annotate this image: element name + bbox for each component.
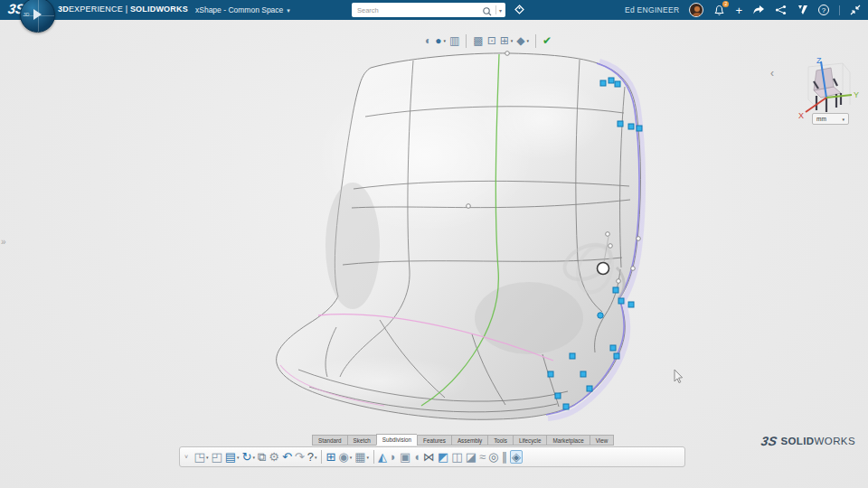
app-title: xShape - Common Space bbox=[195, 5, 283, 14]
app-switcher[interactable]: xShape - Common Space▾ bbox=[195, 5, 290, 14]
mesh-sphere-icon: ◉ bbox=[338, 451, 348, 463]
wire-sphere-icon[interactable]: ◎ bbox=[488, 451, 498, 463]
right-panel-collapse-icon[interactable]: ‹ bbox=[770, 67, 774, 80]
mesh-sphere-icon[interactable]: ◉▾ bbox=[338, 451, 352, 463]
tab-marketplace[interactable]: Marketplace bbox=[546, 435, 589, 446]
new-doc-icon[interactable]: ◳▾ bbox=[194, 451, 209, 463]
surface-curve-icon[interactable]: ◗ bbox=[390, 451, 397, 463]
import-export-icon[interactable]: ⧉ bbox=[258, 451, 266, 463]
tab-view[interactable]: View bbox=[590, 435, 615, 446]
render-style-icon[interactable]: ●▾ bbox=[435, 35, 446, 46]
add-icon[interactable]: + bbox=[735, 5, 742, 16]
split-cube-icon: ◫ bbox=[451, 451, 462, 463]
toolbar-separator bbox=[321, 450, 322, 464]
units-dropdown[interactable]: mm ▾ bbox=[812, 113, 849, 125]
plane-grid-icon: ▦ bbox=[354, 451, 365, 463]
model-viewport[interactable]: ◐●▾▥▩⊡⊞▾◆▾✔ » ‹ Z Y X mm ▾ bbox=[0, 20, 868, 488]
undo-icon[interactable]: ↶ bbox=[282, 451, 292, 463]
loft-icon[interactable]: ⋈ bbox=[423, 451, 435, 463]
solidworks-logo-text: SOLIDWORKS bbox=[780, 436, 855, 446]
select-plus-icon[interactable]: ⊞▾ bbox=[500, 35, 514, 46]
units-value: mm bbox=[816, 116, 826, 122]
select-cursor-icon[interactable]: ⊡ bbox=[487, 35, 496, 46]
help-icon[interactable]: ?▾ bbox=[307, 451, 317, 463]
tab-tools[interactable]: Tools bbox=[487, 435, 513, 446]
collapse-window-icon[interactable] bbox=[850, 5, 861, 15]
toolbar-separator bbox=[535, 34, 536, 48]
surface-frame-icon: ▣ bbox=[400, 451, 410, 463]
solidworks-logo-glyph: 3S bbox=[760, 434, 778, 448]
exit-confirm-icon: ✔ bbox=[542, 35, 552, 46]
settings-gear-icon: ⚙ bbox=[269, 451, 279, 463]
brand-experience: EXPERIENCE bbox=[69, 5, 123, 14]
user-name[interactable]: Ed ENGINEER bbox=[625, 5, 679, 14]
chevron-down-icon[interactable]: ▾ bbox=[315, 455, 317, 460]
tab-subdivision[interactable]: Subdivision bbox=[376, 434, 417, 446]
top-right-cluster: Ed ENGINEER 2 + ? bbox=[625, 0, 861, 20]
chevron-down-icon: ▾ bbox=[842, 117, 844, 122]
robot-frame-icon[interactable]: ▥ bbox=[449, 35, 459, 46]
tag-icon[interactable] bbox=[513, 4, 525, 16]
tab-standard[interactable]: Standard bbox=[312, 435, 347, 446]
surface-pin-icon[interactable]: ◭ bbox=[378, 451, 387, 463]
compass-3d-label: 3D bbox=[24, 12, 29, 17]
sync-icon[interactable]: ↻▾ bbox=[242, 451, 255, 463]
chevron-down-icon[interactable]: ▾ bbox=[206, 455, 209, 460]
chevron-down-icon[interactable]: ▾ bbox=[237, 455, 240, 460]
bend-icon[interactable]: ≈ bbox=[479, 451, 486, 463]
chevron-down-icon[interactable]: ▾ bbox=[511, 38, 514, 43]
shade bbox=[475, 282, 583, 354]
view-cube-icon[interactable]: ◆▾ bbox=[516, 35, 529, 46]
logo-solid: SOLID bbox=[780, 436, 814, 446]
settings-gear-icon[interactable]: ⚙ bbox=[269, 451, 279, 463]
share-network-icon[interactable] bbox=[775, 5, 787, 15]
avatar[interactable] bbox=[689, 3, 703, 17]
select-cursor-icon: ⊡ bbox=[487, 35, 496, 46]
chevron-down-icon[interactable]: ▾ bbox=[444, 38, 447, 43]
help-icon[interactable]: ? bbox=[818, 5, 829, 15]
tab-features[interactable]: Features bbox=[417, 435, 451, 446]
plane-grid-icon[interactable]: ▦▾ bbox=[354, 451, 369, 463]
shaded-sphere-icon[interactable]: ◐ bbox=[425, 35, 431, 46]
3ds-apps-icon[interactable] bbox=[797, 5, 808, 15]
subdivision-body-icon[interactable]: ◈ bbox=[510, 450, 523, 464]
subdivision-body-icon: ◈ bbox=[512, 451, 521, 463]
bottom-toolbar: ˅ ◳▾◰▤▾↻▾⧉⚙↶↷?▾⊞◉▾▦▾◭◗▣◖⋈◩◫◪≈◎∥◈ bbox=[179, 446, 685, 467]
x-axis-label: X bbox=[798, 111, 804, 120]
delete-face-icon[interactable]: ◪ bbox=[466, 451, 476, 463]
redo-icon[interactable]: ↷ bbox=[295, 451, 305, 463]
chevron-down-icon[interactable]: ▾ bbox=[252, 455, 255, 460]
brand-divider: | bbox=[123, 5, 130, 14]
select-wire-icon[interactable]: ▩ bbox=[473, 35, 483, 46]
seat-model-graphics[interactable] bbox=[0, 20, 868, 488]
move-manipulator-handle[interactable] bbox=[598, 263, 609, 275]
bend-icon: ≈ bbox=[479, 451, 486, 463]
exit-confirm-icon[interactable]: ✔ bbox=[542, 35, 552, 46]
search-scope-chevron-icon[interactable]: ▾ bbox=[498, 7, 505, 14]
split-cube-icon[interactable]: ◫ bbox=[451, 451, 462, 463]
left-panel-expander-icon[interactable]: » bbox=[1, 237, 6, 247]
topbar-divider bbox=[839, 5, 840, 15]
view-toolbar: ◐●▾▥▩⊡⊞▾◆▾✔ bbox=[425, 32, 552, 50]
surface-press-icon[interactable]: ◖ bbox=[413, 451, 420, 463]
search-icon[interactable] bbox=[481, 5, 494, 15]
save-icon[interactable]: ▤▾ bbox=[225, 451, 240, 463]
share-forward-icon[interactable] bbox=[752, 5, 765, 15]
tab-lifecycle[interactable]: Lifecycle bbox=[513, 435, 547, 446]
search-input[interactable] bbox=[352, 6, 481, 14]
chevron-down-icon[interactable]: ▾ bbox=[527, 38, 530, 43]
grid-table-icon[interactable]: ⊞ bbox=[326, 451, 335, 463]
trim-surface-icon[interactable]: ◩ bbox=[438, 451, 448, 463]
surface-frame-icon[interactable]: ▣ bbox=[400, 451, 410, 463]
compass-play-icon bbox=[33, 9, 42, 20]
open-icon[interactable]: ◰ bbox=[211, 451, 222, 463]
offset-planes-icon[interactable]: ∥ bbox=[501, 451, 507, 463]
solidworks-logo: 3S SOLIDWORKS bbox=[761, 434, 855, 448]
tab-sketch[interactable]: Sketch bbox=[347, 435, 376, 446]
notifications-bell-icon[interactable]: 2 bbox=[713, 5, 725, 16]
chevron-down-icon[interactable]: ▾ bbox=[350, 455, 353, 460]
select-plus-icon: ⊞ bbox=[500, 35, 509, 46]
toolbar-collapse-chevron-icon[interactable]: ˅ bbox=[184, 454, 188, 460]
tab-assembly[interactable]: Assembly bbox=[451, 435, 487, 446]
chevron-down-icon[interactable]: ▾ bbox=[367, 455, 370, 460]
